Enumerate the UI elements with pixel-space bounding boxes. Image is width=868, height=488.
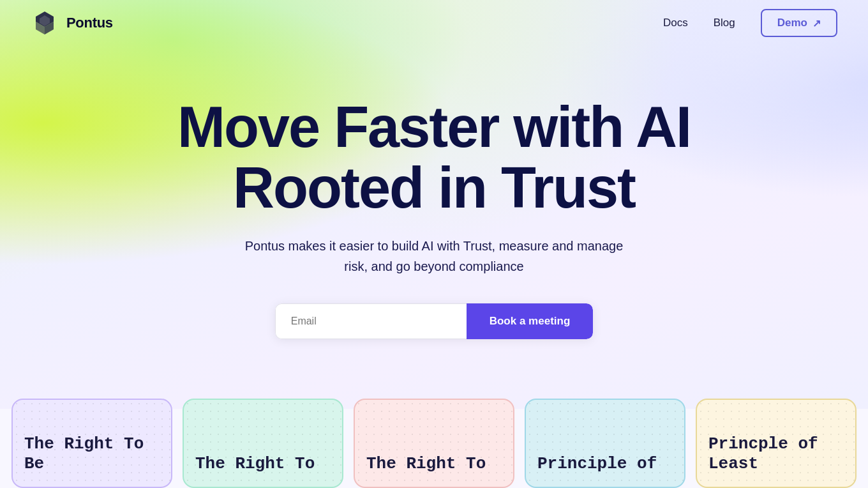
card-0-title: The Right To Be [24,434,160,474]
navbar: Pontus Docs Blog Demo ↗ [0,0,868,46]
logo-text: Pontus [66,15,113,31]
hero-title-line2: Rooted in Trust [233,156,635,220]
card-2-title: The Right To [366,454,502,474]
card-principle[interactable]: Principle of [525,399,685,488]
hero-title: Move Faster with AI Rooted in Trust [177,97,691,218]
book-meeting-button[interactable]: Book a meeting [467,303,594,339]
logo-icon [31,9,59,37]
card-right-to-be[interactable]: The Right To Be [11,399,172,488]
card-principle-least[interactable]: Princple of Least [696,399,857,488]
card-right-to-2[interactable]: The Right To [354,399,514,488]
demo-button[interactable]: Demo ↗ [761,9,837,37]
logo-area[interactable]: Pontus [31,9,113,37]
email-input[interactable] [275,303,467,339]
hero-section: Move Faster with AI Rooted in Trust Pont… [0,46,868,339]
card-right-to-1[interactable]: The Right To [183,399,343,488]
blog-link[interactable]: Blog [714,17,735,29]
arrow-icon: ↗ [812,17,821,29]
hero-title-line1: Move Faster with AI [177,95,691,159]
demo-label: Demo [777,17,807,29]
card-1-title: The Right To [195,454,331,474]
hero-subtitle: Pontus makes it easier to build AI with … [243,236,625,277]
cards-section: The Right To Be The Right To The Right T… [0,399,868,488]
docs-link[interactable]: Docs [663,17,688,29]
card-3-title: Principle of [537,454,673,474]
email-form: Book a meeting [275,303,594,339]
nav-links: Docs Blog Demo ↗ [663,9,837,37]
card-4-title: Princple of Least [708,434,844,474]
